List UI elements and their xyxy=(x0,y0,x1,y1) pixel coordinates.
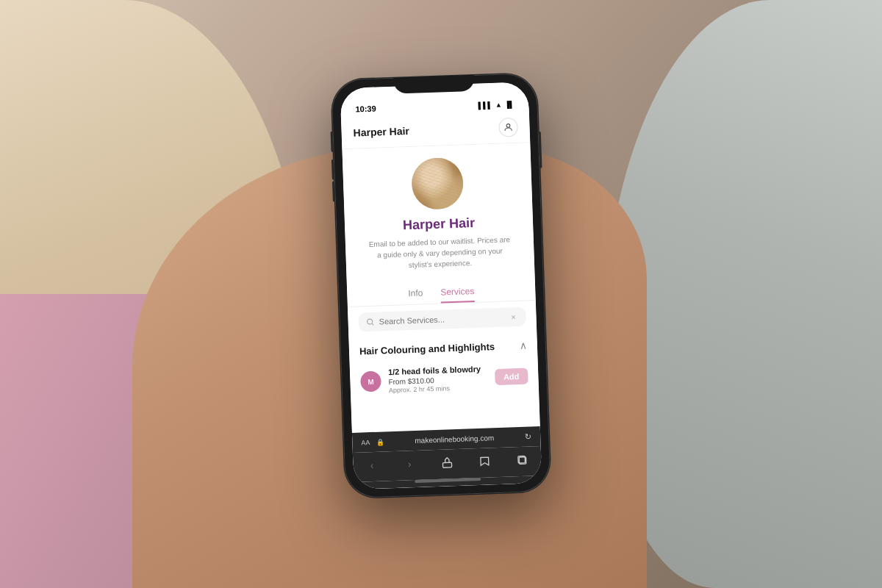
salon-profile: Harper Hair Email to be added to our wai… xyxy=(342,143,534,286)
browser-url[interactable]: makeonlinebooking.com xyxy=(390,433,519,445)
phone-screen: 10:39 ▌▌▌ ▲ ▐▌ Harper Hair xyxy=(340,82,542,490)
salon-name: Harper Hair xyxy=(403,215,476,233)
svg-rect-3 xyxy=(442,462,451,467)
svg-line-2 xyxy=(372,323,373,325)
browser-back-button[interactable]: ‹ xyxy=(359,456,386,474)
svg-point-1 xyxy=(368,319,373,324)
browser-share-button[interactable] xyxy=(434,453,461,472)
status-time: 10:39 xyxy=(355,104,376,114)
browser-tabs-button[interactable] xyxy=(509,451,536,469)
add-service-button[interactable]: Add xyxy=(495,368,528,386)
person-icon xyxy=(503,122,513,132)
bookmarks-icon xyxy=(478,455,491,467)
share-icon xyxy=(441,456,453,469)
tab-services[interactable]: Services xyxy=(440,282,475,304)
browser-bookmarks-button[interactable] xyxy=(471,452,498,470)
salon-description: Email to be added to our waitlist. Price… xyxy=(366,234,514,272)
content-area: Harper Hair Email to be added to our wai… xyxy=(342,143,539,433)
status-icons: ▌▌▌ ▲ ▐▌ xyxy=(478,101,514,110)
category-toggle-button[interactable]: ∧ xyxy=(520,340,528,351)
search-bar: × xyxy=(358,307,526,332)
browser-lock-icon: 🔒 xyxy=(376,438,384,445)
service-info: 1/2 head foils & blowdry From $310.00 Ap… xyxy=(388,364,488,394)
svg-point-0 xyxy=(506,124,510,128)
battery-icon: ▐▌ xyxy=(505,101,514,108)
tabs-icon xyxy=(516,454,528,467)
search-icon xyxy=(365,318,374,326)
salon-avatar-image xyxy=(411,157,464,209)
wifi-icon: ▲ xyxy=(495,101,502,109)
signal-icon: ▌▌▌ xyxy=(478,101,492,110)
browser-forward-button[interactable]: › xyxy=(396,455,423,473)
phone-wrapper: 10:39 ▌▌▌ ▲ ▐▌ Harper Hair xyxy=(331,73,551,498)
category-title: Hair Colouring and Highlights xyxy=(359,341,495,356)
search-input[interactable] xyxy=(379,313,503,326)
scene: 10:39 ▌▌▌ ▲ ▐▌ Harper Hair xyxy=(0,0,882,588)
browser-aa-label[interactable]: AA xyxy=(361,439,370,446)
profile-button[interactable] xyxy=(498,118,518,137)
service-item: M 1/2 head foils & blowdry From $310.00 … xyxy=(350,356,539,401)
browser-refresh-button[interactable]: ↻ xyxy=(525,431,531,441)
phone-shell: 10:39 ▌▌▌ ▲ ▐▌ Harper Hair xyxy=(331,73,551,498)
salon-avatar xyxy=(411,157,464,209)
notch xyxy=(393,75,475,94)
app-header-title: Harper Hair xyxy=(353,125,409,139)
search-clear-button[interactable]: × xyxy=(508,312,518,322)
service-icon: M xyxy=(360,371,381,392)
tab-info[interactable]: Info xyxy=(408,283,423,304)
